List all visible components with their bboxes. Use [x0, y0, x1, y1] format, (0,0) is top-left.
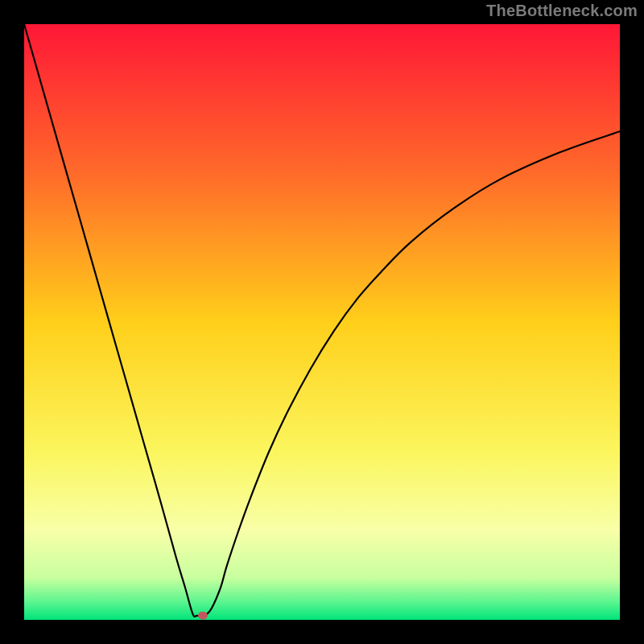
plot-area [24, 24, 620, 620]
watermark-text: TheBottleneck.com [486, 2, 638, 20]
bottleneck-curve [24, 24, 620, 617]
chart-frame: TheBottleneck.com [0, 0, 644, 644]
plot-svg [24, 24, 620, 620]
optimal-point-marker [198, 612, 208, 620]
